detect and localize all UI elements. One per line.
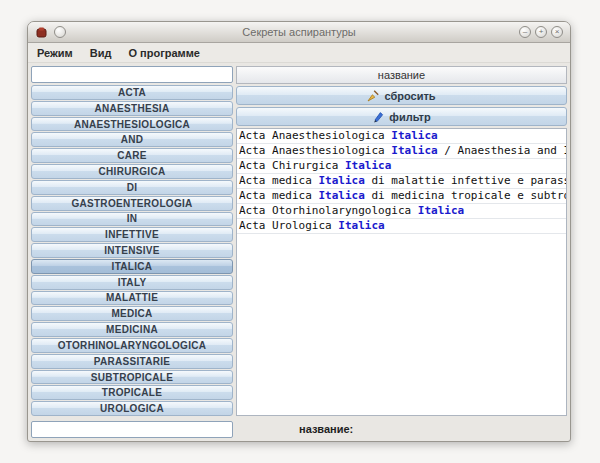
row-text: di medicina tropicale e subtropicale e d… xyxy=(365,189,566,202)
result-row[interactable]: Acta medica Italica di medicina tropical… xyxy=(237,189,566,204)
close-button[interactable]: × xyxy=(551,26,563,38)
titlebar-right-controls: – + × xyxy=(519,26,563,38)
window-menu-button[interactable] xyxy=(54,26,66,38)
term-button[interactable]: TROPICALE xyxy=(31,385,233,400)
broom-icon xyxy=(367,90,379,102)
results-list: Acta Anaesthesiologica ItalicaActa Anaes… xyxy=(236,128,567,416)
term-button[interactable]: MEDICINA xyxy=(31,322,233,337)
term-filter-input[interactable] xyxy=(31,66,233,83)
desktop: Секреты аспирантуры – + × Режим Вид О пр… xyxy=(0,0,600,463)
term-button[interactable]: UROLOGICA xyxy=(31,401,233,416)
right-panel: название сбросить xyxy=(236,66,567,416)
filter-button-label: фильтр xyxy=(389,111,430,123)
row-text: Acta Anaesthesiologica xyxy=(239,144,391,157)
status-bar: название: xyxy=(28,419,570,441)
highlighted-term: Italica xyxy=(338,219,384,232)
menu-item-mode[interactable]: Режим xyxy=(37,47,73,59)
row-text: Acta Chirurgica xyxy=(239,159,345,172)
menu-item-about[interactable]: О программе xyxy=(128,47,200,59)
row-text: / Anaesthesia and Intensive Care in It xyxy=(438,144,566,157)
term-button[interactable]: ITALY xyxy=(31,275,233,290)
term-button[interactable]: INTENSIVE xyxy=(31,243,233,258)
highlighted-term: Italica xyxy=(418,204,464,217)
term-button[interactable]: INFETTIVE xyxy=(31,227,233,242)
highlighted-term: Italica xyxy=(345,159,391,172)
term-button[interactable]: PARASSITARIE xyxy=(31,354,233,369)
row-text: Acta medica xyxy=(239,189,318,202)
main-area: ACTAANAESTHESIAANAESTHESIOLOGICAANDCAREC… xyxy=(28,63,570,419)
column-header-title[interactable]: название xyxy=(236,66,567,84)
app-window: Секреты аспирантуры – + × Режим Вид О пр… xyxy=(27,21,571,442)
row-text: Acta Otorhinolaryngologica xyxy=(239,204,418,217)
result-row[interactable]: Acta Anaesthesiologica Italica / Anaesth… xyxy=(237,144,566,159)
pen-icon xyxy=(372,111,384,123)
term-button[interactable]: OTORHINOLARYNGOLOGICA xyxy=(31,338,233,353)
term-button[interactable]: CHIRURGICA xyxy=(31,164,233,179)
highlighted-term: Italica xyxy=(318,189,364,202)
menubar: Режим Вид О программе xyxy=(28,43,570,63)
row-text: Acta Urologica xyxy=(239,219,338,232)
reset-button[interactable]: сбросить xyxy=(236,86,567,105)
term-button[interactable]: ANAESTHESIOLOGICA xyxy=(31,117,233,132)
terms-list: ACTAANAESTHESIAANAESTHESIOLOGICAANDCAREC… xyxy=(31,85,233,416)
app-icon xyxy=(35,26,48,39)
result-row[interactable]: Acta Anaesthesiologica Italica xyxy=(237,129,566,144)
term-button[interactable]: ITALICA xyxy=(31,259,233,274)
filter-button[interactable]: фильтр xyxy=(236,107,567,126)
term-button[interactable]: ACTA xyxy=(31,85,233,100)
result-row[interactable]: Acta Otorhinolaryngologica Italica xyxy=(237,204,566,219)
term-button[interactable]: ANAESTHESIA xyxy=(31,101,233,116)
term-button[interactable]: SUBTROPICALE xyxy=(31,370,233,385)
term-button[interactable]: MEDICA xyxy=(31,306,233,321)
reset-button-label: сбросить xyxy=(384,90,435,102)
titlebar-left-controls xyxy=(35,26,66,39)
term-button[interactable]: DI xyxy=(31,180,233,195)
term-button[interactable]: IN xyxy=(31,212,233,227)
result-row[interactable]: Acta Urologica Italica xyxy=(237,219,566,234)
row-text: di malattie infettive e parassitarie xyxy=(365,174,566,187)
titlebar[interactable]: Секреты аспирантуры – + × xyxy=(28,22,570,43)
status-label: название: xyxy=(299,423,353,435)
maximize-button[interactable]: + xyxy=(535,26,547,38)
term-button[interactable]: MALATTIE xyxy=(31,291,233,306)
window-title: Секреты аспирантуры xyxy=(28,26,570,38)
left-panel: ACTAANAESTHESIAANAESTHESIOLOGICAANDCAREC… xyxy=(31,66,233,416)
term-button[interactable]: AND xyxy=(31,132,233,147)
result-row[interactable]: Acta medica Italica di malattie infettiv… xyxy=(237,174,566,189)
highlighted-term: Italica xyxy=(318,174,364,187)
status-input[interactable] xyxy=(31,421,233,438)
term-button[interactable]: GASTROENTEROLOGIA xyxy=(31,196,233,211)
highlighted-term: Italica xyxy=(391,144,437,157)
term-button[interactable]: CARE xyxy=(31,148,233,163)
highlighted-term: Italica xyxy=(391,129,437,142)
result-row[interactable]: Acta Chirurgica Italica xyxy=(237,159,566,174)
row-text: Acta medica xyxy=(239,174,318,187)
minimize-button[interactable]: – xyxy=(519,26,531,38)
menu-item-view[interactable]: Вид xyxy=(90,47,112,59)
row-text: Acta Anaesthesiologica xyxy=(239,129,391,142)
